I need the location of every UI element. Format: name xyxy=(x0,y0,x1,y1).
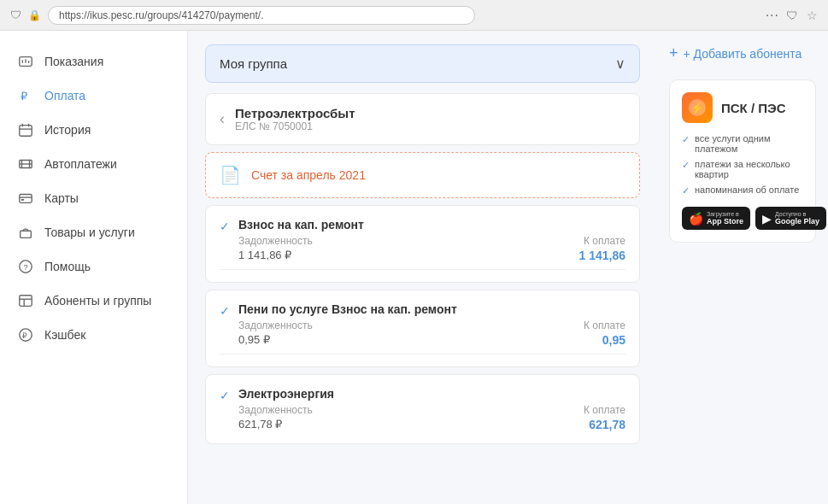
svg-rect-19 xyxy=(20,296,32,307)
checkbox-1[interactable]: ✓ xyxy=(220,304,230,318)
provider-sub: ЕЛС № 7050001 xyxy=(235,120,355,132)
app-store-label: App Store xyxy=(707,217,743,226)
sidebar-label-pomoshch: Помощь xyxy=(44,260,91,273)
feature-label-1: платежи за несколько квартир xyxy=(695,159,803,179)
debt-value-1: 0,95 ₽ xyxy=(238,333,313,346)
shield-icon: 🛡 xyxy=(10,9,21,21)
calendar-icon xyxy=(17,121,34,138)
sidebar-item-abonenty[interactable]: Абоненты и группы xyxy=(0,284,187,318)
group-icon xyxy=(17,292,34,309)
svg-text:?: ? xyxy=(23,262,28,272)
svg-rect-15 xyxy=(21,199,25,201)
right-panel: + + Добавить абонента ⚡ ПСК / ПЭС ✓ все … xyxy=(657,31,828,504)
shield-menu-icon: 🛡 xyxy=(786,9,798,22)
amount-value-1: 0,95 xyxy=(584,333,625,347)
add-subscriber-button[interactable]: + + Добавить абонента xyxy=(669,44,816,62)
add-subscriber-label: + Добавить абонента xyxy=(684,47,802,61)
app-store-sub: Загрузите в xyxy=(707,211,743,217)
feature-0: ✓ все услуги одним платежом xyxy=(682,133,803,154)
cashback-icon: ₽ xyxy=(17,326,34,343)
card-icon xyxy=(17,190,34,207)
feature-2: ✓ напоминания об оплате xyxy=(682,185,803,196)
sidebar-item-karty[interactable]: Карты xyxy=(0,181,187,215)
sidebar-label-pokazaniya: Показания xyxy=(44,55,103,68)
divider-1 xyxy=(220,354,625,355)
bill-label: Счет за апрель 2021 xyxy=(251,168,366,182)
sidebar-item-tovary[interactable]: Товары и услуги xyxy=(0,215,187,249)
sidebar-label-istoriya: История xyxy=(44,123,91,137)
svg-text:₽: ₽ xyxy=(22,331,27,340)
bill-row[interactable]: 📄 Счет за апрель 2021 xyxy=(205,152,640,198)
browser-bar: 🛡 🔒 https://ikus.pesc.ru/groups/414270/p… xyxy=(0,0,828,31)
google-play-label: Google Play xyxy=(775,217,819,226)
autoplay-icon xyxy=(17,155,34,173)
payment-item-0: ✓ Взнос на кап. ремонт Задолженность 1 1… xyxy=(205,205,640,283)
apple-icon: 🍎 xyxy=(689,212,703,226)
info-title: ПСК / ПЭС xyxy=(721,101,786,115)
info-card: ⚡ ПСК / ПЭС ✓ все услуги одним платежом … xyxy=(669,79,816,243)
amount-value-0: 1 141,86 xyxy=(579,249,626,262)
sidebar-label-abonenty: Абоненты и группы xyxy=(44,294,151,308)
meter-icon xyxy=(17,53,34,70)
group-selector-label: Моя группа xyxy=(220,56,287,71)
main-content: Моя группа ∨ ‹ Петроэлектросбыт ЕЛС № 70… xyxy=(188,31,657,504)
help-icon: ? xyxy=(17,258,34,275)
shop-icon xyxy=(17,224,34,241)
sidebar-item-pomoshch[interactable]: ? Помощь xyxy=(0,249,187,284)
svg-rect-13 xyxy=(20,195,32,203)
chevron-down-icon: ∨ xyxy=(615,56,625,72)
check-icon-2: ✓ xyxy=(682,185,690,196)
sidebar: Показания ₽ Оплата История xyxy=(0,31,188,504)
back-button[interactable]: ‹ xyxy=(220,110,225,128)
debt-value-2: 621,78 ₽ xyxy=(238,418,313,431)
sidebar-label-avtoplatezhi: Автоплатежи xyxy=(44,157,117,171)
more-button[interactable]: ··· xyxy=(766,8,779,23)
svg-text:⚡: ⚡ xyxy=(690,101,705,115)
amount-value-2: 621,78 xyxy=(584,418,625,431)
debt-label-2: Задолженность xyxy=(238,404,313,416)
provider-card: ‹ Петроэлектросбыт ЕЛС № 7050001 xyxy=(205,93,640,145)
debt-label-1: Задолженность xyxy=(238,319,313,331)
amount-label-2: К оплате xyxy=(584,404,625,416)
payment-item-1: ✓ Пени по услуге Взнос на кап. ремонт За… xyxy=(205,290,640,367)
svg-rect-5 xyxy=(20,126,32,137)
provider-name: Петроэлектросбыт xyxy=(235,106,355,120)
ruble-icon: ₽ xyxy=(17,87,34,104)
lock-icon: 🔒 xyxy=(28,9,41,21)
sidebar-label-tovary: Товары и услуги xyxy=(44,226,135,239)
debt-value-0: 1 141,86 ₽ xyxy=(238,249,313,261)
sidebar-item-avtoplatezhi[interactable]: Автоплатежи xyxy=(0,147,187,181)
sidebar-item-keshbek[interactable]: ₽ Кэшбек xyxy=(0,318,187,352)
app-store-button[interactable]: 🍎 Загрузите в App Store xyxy=(682,207,750,230)
sidebar-label-karty: Карты xyxy=(44,191,79,205)
sidebar-label-keshbek: Кэшбек xyxy=(44,328,85,342)
bill-icon: 📄 xyxy=(220,165,241,185)
sidebar-item-oplata[interactable]: ₽ Оплата xyxy=(0,79,187,113)
group-selector[interactable]: Моя группа ∨ xyxy=(205,44,640,83)
debt-label-0: Задолженность xyxy=(238,235,313,247)
feature-label-0: все услуги одним платежом xyxy=(695,133,803,154)
svg-rect-16 xyxy=(21,231,32,237)
google-play-sub: Доступно в xyxy=(775,211,819,217)
psk-logo: ⚡ xyxy=(682,92,713,123)
checkbox-2[interactable]: ✓ xyxy=(220,389,230,402)
app-layout: Показания ₽ Оплата История xyxy=(0,31,828,504)
checkbox-0[interactable]: ✓ xyxy=(220,220,230,233)
google-play-icon: ▶ xyxy=(762,212,772,226)
plus-icon: + xyxy=(669,44,678,62)
feature-label-2: напоминания об оплате xyxy=(695,185,799,195)
url-bar[interactable]: https://ikus.pesc.ru/groups/414270/payme… xyxy=(48,6,475,25)
app-buttons: 🍎 Загрузите в App Store ▶ Доступно в Goo… xyxy=(682,207,803,230)
check-icon-0: ✓ xyxy=(682,134,690,145)
sidebar-item-pokazaniya[interactable]: Показания xyxy=(0,44,187,79)
star-icon: ☆ xyxy=(807,9,818,22)
sidebar-item-istoriya[interactable]: История xyxy=(0,113,187,147)
divider-0 xyxy=(220,269,625,270)
google-play-button[interactable]: ▶ Доступно в Google Play xyxy=(755,207,826,230)
sidebar-label-oplata: Оплата xyxy=(44,89,85,103)
amount-label-0: К оплате xyxy=(579,235,626,247)
svg-text:₽: ₽ xyxy=(21,91,27,103)
feature-1: ✓ платежи за несколько квартир xyxy=(682,159,803,179)
payment-title-0: Взнос на кап. ремонт xyxy=(238,218,625,231)
payment-title-1: Пени по услуге Взнос на кап. ремонт xyxy=(238,302,625,316)
